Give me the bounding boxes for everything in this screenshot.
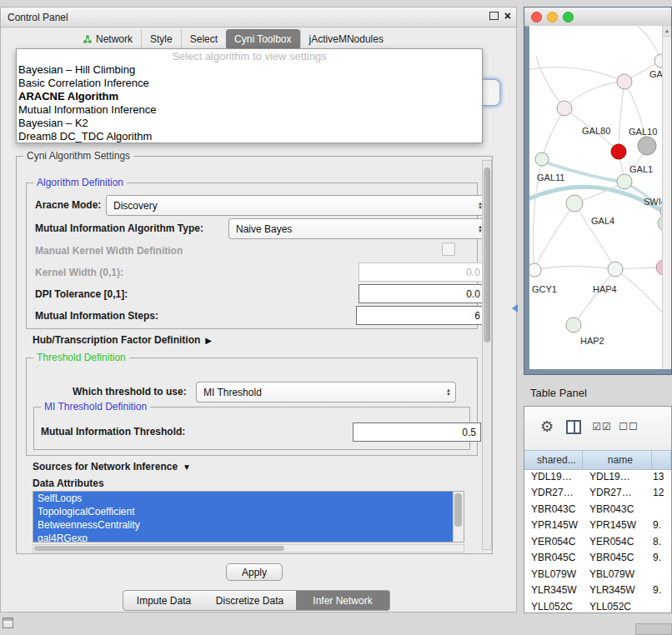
table-cell: YBR045C (583, 552, 653, 563)
network-edge[interactable] (619, 82, 624, 152)
threshold-definition-group: Threshold Definition Which threshold to … (26, 358, 478, 456)
select-all-columns-icon[interactable]: ☑☑ (591, 418, 613, 435)
tab-select[interactable]: Select (181, 29, 226, 49)
float-window-icon[interactable] (489, 12, 499, 20)
bottom-tab-impute-data[interactable]: Impute Data (123, 590, 205, 611)
table-row[interactable]: YBR043CYBR043C (524, 501, 671, 518)
attribute-item-topologicalcoefficient[interactable]: TopologicalCoefficient (33, 505, 454, 518)
network-vertical-scrollbar[interactable]: ▲ (662, 26, 671, 369)
network-edge[interactable] (564, 82, 624, 108)
scrollbar-thumb[interactable] (484, 168, 490, 342)
algorithm-option-aracne-algorithm[interactable]: ARACNE Algorithm (17, 90, 482, 103)
table-row[interactable]: YBL079WYBL079W (524, 566, 671, 582)
network-node-hap4[interactable] (608, 262, 623, 277)
table-cell: 13 (653, 471, 671, 482)
control-panel-titlebar[interactable]: Control Panel × (1, 8, 516, 28)
mi-type-combobox[interactable]: Naive Bayes ▲▼ (228, 218, 488, 239)
scroll-up-arrow-icon[interactable]: ▲ (663, 26, 671, 37)
which-threshold-combobox[interactable]: MI Threshold ▲▼ (196, 382, 456, 402)
panel-splitter-handle[interactable] (512, 304, 518, 312)
algorithm-option-bayesian-k2[interactable]: Bayesian – K2 (17, 117, 482, 130)
network-edge[interactable] (615, 269, 668, 319)
network-node-gal10[interactable] (611, 144, 626, 159)
attributes-vertical-scrollbar[interactable] (453, 492, 464, 542)
mi-steps-field[interactable]: 6 (356, 306, 485, 325)
apply-button[interactable]: Apply (226, 563, 283, 581)
table-options-gear-icon[interactable]: ⚙ (538, 418, 556, 435)
minimize-traffic-light-icon[interactable] (547, 12, 558, 22)
tab-cyni-toolbox[interactable]: Cyni Toolbox (226, 29, 299, 49)
table-row[interactable]: YDR27…YDR27…12 (524, 485, 671, 502)
algorithm-option-bayesian-hill-climbing[interactable]: Bayesian – Hill Climbing (17, 63, 482, 77)
network-node-gcy1[interactable] (529, 263, 541, 277)
bottom-tab-discretize-data[interactable]: Discretize Data (203, 590, 297, 611)
attribute-item-gal4rgexp[interactable]: gal4RGexp (33, 532, 454, 542)
node-label: GAL4 (591, 216, 614, 226)
table-row[interactable]: YLR345WYLR345W9. (524, 582, 671, 599)
table-cell: YBR043C (583, 503, 653, 515)
sources-toggle[interactable]: Sources for Network Inference ▼ (33, 461, 191, 472)
network-node[interactable] (638, 137, 656, 155)
algorithm-option-dream8-dc-tdc-algorithm[interactable]: Dream8 DC_TDC Algorithm (17, 130, 482, 143)
collapsed-panel-icon[interactable] (3, 618, 13, 628)
table-row[interactable]: YER054CYER054C8. (524, 533, 671, 550)
kernel-width-field[interactable]: 0.0 (359, 262, 485, 282)
algorithm-option-basic-correlation-inference[interactable]: Basic Correlation Inference (17, 77, 482, 90)
tab-network[interactable]: Network (74, 29, 141, 49)
show-columns-icon[interactable] (564, 418, 583, 435)
table-cell: YBL079W (583, 568, 653, 580)
attribute-item-betweennesscentrality[interactable]: BetweennessCentrality (33, 518, 454, 532)
attribute-item-selfloops[interactable]: SelfLoops (33, 492, 454, 505)
deselect-all-columns-icon[interactable]: ☐☐ (618, 418, 639, 435)
network-window-titlebar[interactable] (524, 8, 671, 27)
table-cell: YDL19… (583, 471, 653, 482)
table-row[interactable]: YBR045CYBR045C9. (524, 550, 671, 567)
table-cell: YDR27… (524, 487, 583, 498)
network-canvas[interactable]: GAL8GAL80GAL10GAL11GAL1SWI4GAL4GCY1HAP4H… (529, 26, 671, 369)
table-row[interactable]: YPR145WYPR145W9. (524, 518, 671, 534)
close-window-icon[interactable]: × (504, 11, 511, 21)
tab-label: Select (190, 33, 218, 45)
kernel-width-label: Kernel Width (0,1): (35, 267, 123, 278)
data-attributes-list[interactable]: SelfLoopsTopologicalCoefficientBetweenne… (33, 491, 464, 542)
network-graph[interactable]: GAL8GAL80GAL10GAL11GAL1SWI4GAL4GCY1HAP4H… (529, 26, 671, 369)
dpi-tolerance-field[interactable]: 0.0 (359, 284, 485, 303)
settings-vertical-scrollbar[interactable] (482, 160, 492, 550)
network-node-gal1[interactable] (617, 174, 632, 189)
network-edge[interactable] (574, 269, 615, 325)
algorithm-option-mutual-information-inference[interactable]: Mutual Information Inference (17, 103, 482, 117)
hub-definition-toggle[interactable]: Hub/Transcription Factor Definition ▶ (33, 334, 212, 346)
zoom-traffic-light-icon[interactable] (563, 12, 574, 22)
network-node-gal80[interactable] (557, 101, 572, 116)
combo-arrows-icon: ▲▼ (446, 388, 451, 397)
network-node-gal4[interactable] (566, 195, 583, 212)
table-cell: YLR345W (524, 584, 583, 596)
attributes-horizontal-scrollbar[interactable] (33, 544, 464, 552)
aracne-mode-combobox[interactable]: Discovery ▲▼ (106, 195, 488, 216)
table-row[interactable]: YDL19…YDL19…13 (524, 468, 671, 485)
bottom-tab-infer-network[interactable]: Infer Network (296, 590, 390, 611)
network-edge[interactable] (534, 203, 574, 270)
scrollbar-thumb[interactable] (454, 493, 462, 527)
manual-kernel-checkbox[interactable] (442, 242, 455, 256)
tab-jactivemnodules[interactable]: jActiveMNodules (300, 29, 392, 49)
tab-style[interactable]: Style (141, 29, 181, 49)
network-view-window: GAL8GAL80GAL10GAL11GAL1SWI4GAL4GCY1HAP4H… (524, 7, 672, 375)
network-edge[interactable] (542, 108, 564, 159)
network-node-hap2[interactable] (566, 318, 581, 332)
table-header-row[interactable]: shared...name (524, 450, 671, 470)
network-edge[interactable] (529, 68, 624, 82)
column-header-2[interactable] (652, 451, 671, 469)
network-node[interactable] (617, 74, 632, 89)
network-edge[interactable] (534, 266, 615, 270)
close-traffic-light-icon[interactable] (531, 12, 542, 22)
network-edge[interactable] (574, 203, 615, 269)
network-edge[interactable] (536, 56, 564, 108)
column-header-name[interactable]: name (583, 451, 653, 469)
column-header-shared-[interactable]: shared... (524, 451, 583, 469)
tab-label: Cyni Toolbox (234, 33, 291, 45)
scrollbar-thumb[interactable] (34, 546, 284, 551)
network-node-gal11[interactable] (535, 152, 549, 166)
table-row[interactable]: YLL052CYLL052C (524, 598, 671, 612)
mi-threshold-field[interactable]: 0.5 (353, 422, 481, 442)
